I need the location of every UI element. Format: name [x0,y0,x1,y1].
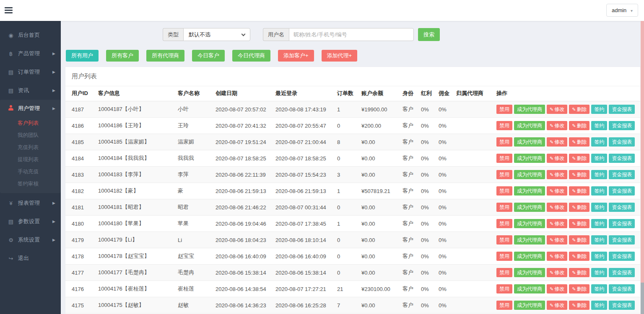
filter-button-7[interactable]: 添加代理+ [322,50,358,62]
action-5-button[interactable]: 签约 [591,137,607,147]
action-4-button[interactable]: ✎删除 [569,186,589,196]
action-1-button[interactable]: 禁用 [496,301,512,310]
action-3-button[interactable]: ✎修改 [547,170,567,179]
sidebar-item-7[interactable]: ▤参数设置▶ [0,212,61,231]
sidebar-subitem-3[interactable]: 充值列表 [0,142,61,154]
action-3-button[interactable]: ✎修改 [547,154,567,163]
action-1-button[interactable]: 禁用 [496,121,512,130]
action-3-button[interactable]: ✎修改 [547,203,567,212]
action-5-button[interactable]: 签约 [591,170,607,179]
search-button[interactable]: 搜索 [418,28,440,41]
action-6-button[interactable]: 资金报表 [609,219,635,228]
action-1-button[interactable]: 禁用 [496,154,512,163]
action-5-button[interactable]: 签约 [591,235,607,245]
action-3-button[interactable]: ✎修改 [547,186,567,196]
scrollbar[interactable] [641,21,644,314]
action-3-button[interactable]: ✎修改 [547,137,567,147]
action-1-button[interactable]: 禁用 [496,268,512,277]
action-6-button[interactable]: 资金报表 [609,105,635,114]
action-4-button[interactable]: ✎删除 [569,235,589,245]
filter-button-3[interactable]: 所有代理商 [146,50,184,62]
sidebar-item-6[interactable]: ¥报表管理▶ [0,194,61,212]
action-4-button[interactable]: ✎删除 [569,268,589,277]
action-2-button[interactable]: 成为代理商 [514,252,545,261]
sidebar-subitem-2[interactable]: 我的团队 [0,129,61,142]
scrollbar-thumb[interactable] [641,21,644,283]
action-2-button[interactable]: 成为代理商 [514,154,545,163]
action-6-button[interactable]: 资金报表 [609,284,635,293]
sidebar-item-3[interactable]: ▤订单管理▶ [0,63,61,81]
action-1-button[interactable]: 禁用 [496,170,512,179]
filter-button-2[interactable]: 所有客户 [106,50,139,62]
action-2-button[interactable]: 成为代理商 [514,235,545,245]
action-3-button[interactable]: ✎修改 [547,121,567,130]
action-4-button[interactable]: ✎删除 [569,170,589,179]
sidebar-item-1[interactable]: ◉后台首页 [0,26,61,44]
action-4-button[interactable]: ✎删除 [569,154,589,163]
sidebar-subitem-4[interactable]: 提现列表 [0,154,61,166]
action-2-button[interactable]: 成为代理商 [514,203,545,212]
user-menu[interactable]: admin ▾ [606,4,638,17]
filter-button-5[interactable]: 今日代理商 [232,50,270,62]
action-3-button[interactable]: ✎修改 [547,105,567,114]
action-2-button[interactable]: 成为代理商 [514,186,545,196]
action-2-button[interactable]: 成为代理商 [514,284,545,293]
action-5-button[interactable]: 签约 [591,252,607,261]
action-4-button[interactable]: ✎删除 [569,203,589,212]
action-2-button[interactable]: 成为代理商 [514,301,545,310]
action-3-button[interactable]: ✎修改 [547,252,567,261]
action-5-button[interactable]: 签约 [591,105,607,114]
action-2-button[interactable]: 成为代理商 [514,268,545,277]
action-6-button[interactable]: 资金报表 [609,235,635,245]
type-select[interactable]: 默认不选 [183,28,250,41]
action-2-button[interactable]: 成为代理商 [514,170,545,179]
action-5-button[interactable]: 签约 [591,154,607,163]
action-3-button[interactable]: ✎修改 [547,284,567,293]
action-4-button[interactable]: ✎删除 [569,252,589,261]
sidebar-item-9[interactable]: ↪退出 [0,249,61,268]
action-6-button[interactable]: 资金报表 [609,268,635,277]
action-3-button[interactable]: ✎修改 [547,268,567,277]
action-1-button[interactable]: 禁用 [496,137,512,147]
action-4-button[interactable]: ✎删除 [569,219,589,228]
action-5-button[interactable]: 签约 [591,186,607,196]
action-1-button[interactable]: 禁用 [496,252,512,261]
action-1-button[interactable]: 禁用 [496,186,512,196]
username-input[interactable] [289,28,414,41]
action-3-button[interactable]: ✎修改 [547,235,567,245]
action-1-button[interactable]: 禁用 [496,219,512,228]
action-1-button[interactable]: 禁用 [496,284,512,293]
action-3-button[interactable]: ✎修改 [547,301,567,310]
action-6-button[interactable]: 资金报表 [609,170,635,179]
action-6-button[interactable]: 资金报表 [609,252,635,261]
action-4-button[interactable]: ✎删除 [569,121,589,130]
action-4-button[interactable]: ✎删除 [569,301,589,310]
action-5-button[interactable]: 签约 [591,219,607,228]
sidebar-item-8[interactable]: ⚙系统设置▶ [0,231,61,249]
action-5-button[interactable]: 签约 [591,284,607,293]
filter-button-4[interactable]: 今日客户 [192,50,225,62]
action-4-button[interactable]: ✎删除 [569,105,589,114]
action-6-button[interactable]: 资金报表 [609,186,635,196]
action-3-button[interactable]: ✎修改 [547,219,567,228]
action-1-button[interactable]: 禁用 [496,235,512,245]
action-2-button[interactable]: 成为代理商 [514,121,545,130]
sidebar-subitem-6[interactable]: 签约审核 [0,178,61,190]
menu-icon[interactable] [5,7,13,14]
action-6-button[interactable]: 资金报表 [609,121,635,130]
action-5-button[interactable]: 签约 [591,301,607,310]
action-6-button[interactable]: 资金报表 [609,154,635,163]
action-4-button[interactable]: ✎删除 [569,137,589,147]
sidebar-item-5[interactable]: 用户管理▶ [0,100,61,117]
action-2-button[interactable]: 成为代理商 [514,219,545,228]
action-4-button[interactable]: ✎删除 [569,284,589,293]
action-6-button[interactable]: 资金报表 [609,301,635,310]
action-1-button[interactable]: 禁用 [496,203,512,212]
action-5-button[interactable]: 签约 [591,121,607,130]
sidebar-item-2[interactable]: ฿产品管理▶ [0,44,61,63]
action-6-button[interactable]: 资金报表 [609,203,635,212]
filter-button-6[interactable]: 添加客户+ [278,50,314,62]
action-5-button[interactable]: 签约 [591,203,607,212]
action-2-button[interactable]: 成为代理商 [514,137,545,147]
sidebar-subitem-5[interactable]: 手动充值 [0,166,61,178]
